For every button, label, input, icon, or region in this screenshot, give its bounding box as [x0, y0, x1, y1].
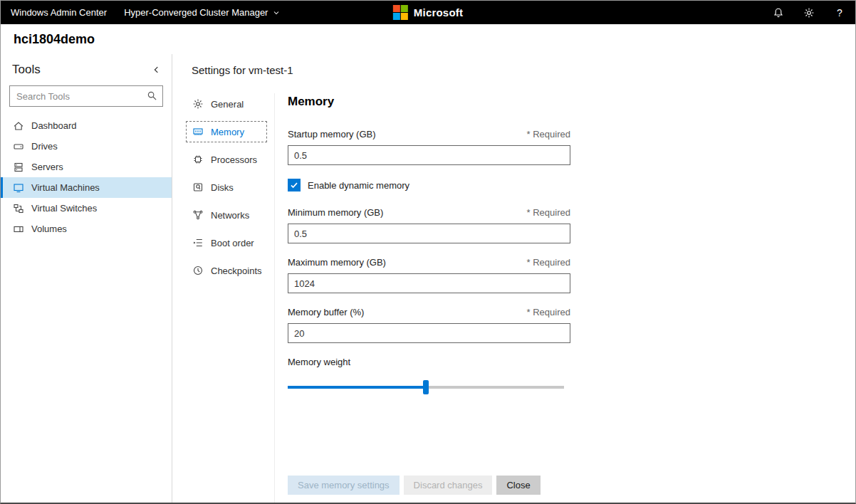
search-icon[interactable] — [147, 90, 157, 101]
processor-icon — [192, 154, 204, 165]
gear-icon — [192, 98, 204, 110]
settings-panel: Settings for vm-test-1 General Memory Pr… — [172, 54, 855, 503]
collapse-sidebar-icon[interactable] — [152, 65, 162, 75]
field-label: Minimum memory (GB) — [288, 207, 383, 218]
maximum-memory-input[interactable] — [288, 273, 570, 293]
memory-weight-fill — [288, 386, 426, 389]
settings-tab-label: Boot order — [211, 238, 254, 248]
settings-tab-general[interactable]: General — [186, 93, 267, 115]
required-label: * Required — [527, 129, 570, 140]
settings-tab-memory[interactable]: Memory — [186, 121, 267, 142]
notifications-bell-icon[interactable] — [773, 7, 784, 19]
chevron-down-icon — [272, 9, 281, 17]
solution-title: Hyper-Converged Cluster Manager — [124, 7, 268, 18]
home-icon — [13, 120, 24, 132]
maximum-memory-field: Maximum memory (GB) * Required — [288, 257, 570, 293]
required-label: * Required — [527, 307, 570, 317]
settings-tab-label: Networks — [211, 210, 249, 221]
memory-weight-label: Memory weight — [288, 357, 570, 367]
solution-dropdown[interactable]: Hyper-Converged Cluster Manager — [124, 7, 281, 18]
required-label: * Required — [527, 207, 570, 218]
search-tools-input[interactable] — [9, 85, 163, 107]
sidebar-item-label: Volumes — [31, 224, 67, 234]
boot-order-icon — [192, 237, 204, 248]
volume-icon — [13, 224, 24, 235]
windows-admin-center-window: Windows Admin Center Hyper-Converged Clu… — [0, 0, 856, 504]
settings-tab-label: Processors — [211, 154, 257, 165]
disk-icon — [192, 182, 204, 193]
vm-icon — [13, 182, 24, 194]
top-bar: Windows Admin Center Hyper-Converged Clu… — [1, 1, 855, 24]
startup-memory-field: Startup memory (GB) * Required — [288, 129, 570, 165]
drive-icon — [13, 141, 24, 152]
memory-buffer-input[interactable] — [288, 323, 570, 343]
microsoft-logo-icon — [393, 5, 408, 20]
dynamic-memory-checkbox[interactable] — [288, 179, 301, 191]
sidebar-item-label: Servers — [31, 162, 63, 172]
close-button[interactable]: Close — [496, 476, 540, 495]
clock-icon — [192, 265, 204, 276]
dynamic-memory-label: Enable dynamic memory — [308, 180, 409, 191]
app-title: Windows Admin Center — [11, 7, 107, 18]
form-buttons: Save memory settings Discard changes Clo… — [288, 476, 570, 495]
sidebar-item-volumes[interactable]: Volumes — [1, 219, 172, 239]
tool-list: Dashboard Drives Servers Virtual Machine… — [1, 115, 172, 239]
sidebar-item-label: Virtual Switches — [31, 203, 97, 214]
server-icon — [13, 162, 24, 173]
sidebar-item-label: Virtual Machines — [31, 182, 100, 193]
settings-gear-icon[interactable] — [803, 7, 815, 19]
startup-memory-input[interactable] — [288, 145, 570, 165]
sidebar-item-label: Drives — [31, 141, 58, 152]
settings-tab-label: Disks — [211, 182, 234, 193]
field-label: Maximum memory (GB) — [288, 257, 386, 268]
sidebar-item-drives[interactable]: Drives — [1, 136, 172, 157]
save-memory-settings-button: Save memory settings — [288, 476, 400, 495]
settings-tab-label: General — [211, 99, 244, 110]
settings-tab-label: Memory — [211, 127, 244, 137]
memory-weight-group: Memory weight — [288, 357, 570, 394]
settings-tab-label: Checkpoints — [211, 266, 262, 276]
settings-tab-disks[interactable]: Disks — [186, 177, 267, 198]
sidebar-item-label: Dashboard — [31, 120, 77, 131]
dynamic-memory-row: Enable dynamic memory — [288, 179, 570, 191]
discard-changes-button: Discard changes — [404, 476, 493, 495]
cluster-name: hci1804demo — [14, 32, 95, 47]
required-label: * Required — [527, 257, 570, 268]
memory-weight-thumb[interactable] — [423, 380, 429, 394]
settings-tab-checkpoints[interactable]: Checkpoints — [186, 260, 267, 281]
minimum-memory-input[interactable] — [288, 224, 570, 243]
settings-tab-networks[interactable]: Networks — [186, 204, 267, 226]
minimum-memory-field: Minimum memory (GB) * Required — [288, 207, 570, 243]
form-heading: Memory — [288, 95, 570, 109]
sidebar-item-servers[interactable]: Servers — [1, 157, 172, 177]
memory-form: Memory Startup memory (GB) * Required En… — [288, 93, 570, 503]
sidebar-item-dashboard[interactable]: Dashboard — [1, 115, 172, 136]
microsoft-brand: Microsoft — [393, 5, 463, 20]
field-label: Startup memory (GB) — [288, 129, 376, 140]
tools-sidebar: Tools Dashboard Drives — [1, 54, 172, 503]
field-label: Memory buffer (%) — [288, 307, 364, 317]
help-icon[interactable]: ? — [834, 7, 845, 19]
sidebar-item-virtual-machines[interactable]: Virtual Machines — [1, 177, 172, 198]
settings-title: Settings for vm-test-1 — [192, 64, 855, 76]
microsoft-wordmark: Microsoft — [414, 6, 463, 19]
settings-tab-boot-order[interactable]: Boot order — [186, 232, 267, 253]
memory-buffer-field: Memory buffer (%) * Required — [288, 307, 570, 343]
settings-nav: General Memory Processors Disks — [192, 93, 275, 503]
memory-weight-slider[interactable] — [288, 380, 564, 394]
tools-title: Tools — [12, 63, 41, 77]
sidebar-item-virtual-switches[interactable]: Virtual Switches — [1, 198, 172, 219]
network-icon — [192, 209, 204, 221]
switch-icon — [13, 203, 24, 214]
memory-icon — [192, 126, 204, 137]
cluster-header: hci1804demo — [1, 24, 855, 54]
settings-tab-processors[interactable]: Processors — [186, 149, 267, 170]
